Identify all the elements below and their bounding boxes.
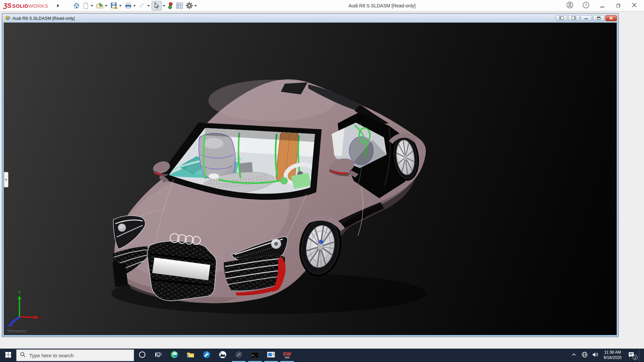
file-explorer-button[interactable]: [182, 349, 199, 362]
file-explorer-icon: [186, 351, 195, 360]
minimize-button[interactable]: [598, 1, 606, 10]
solidworks-2020-icon: SW 2020: [283, 352, 291, 359]
system-tray: 11:38 AM 9/16/2020 2: [570, 349, 644, 362]
document-window-controls: [556, 15, 617, 21]
chevron-up-icon: [571, 352, 577, 359]
print-icon: [124, 2, 132, 9]
menu-expand-arrow-icon[interactable]: [57, 4, 61, 7]
window-app-icon: [267, 351, 275, 359]
window-controls: ?: [566, 1, 644, 10]
chevron-down-icon[interactable]: [133, 5, 136, 8]
photos-button[interactable]: [215, 349, 231, 362]
tray-overflow-button[interactable]: [570, 349, 578, 362]
report-button[interactable]: [175, 1, 184, 10]
traffic-light-icon: [167, 2, 174, 10]
start-icon: [5, 352, 11, 359]
edge-icon: [170, 351, 178, 360]
document-window: Audi R8 S.SLDASM [Read-only]: [2, 13, 619, 337]
car-model-render: Y X: [4, 23, 616, 335]
close-button[interactable]: [630, 1, 639, 10]
chevron-down-icon[interactable]: [119, 5, 122, 8]
document-title: Audi R8 S.SLDASM [Read-only]: [12, 16, 556, 21]
close-icon: [609, 15, 613, 21]
document-close-button[interactable]: [605, 15, 617, 21]
show-desktop-button[interactable]: [639, 349, 641, 362]
select-tool-button[interactable]: [152, 1, 162, 10]
chevron-down-icon[interactable]: [105, 5, 108, 8]
minimize-icon: [600, 7, 604, 7]
volume-button[interactable]: [591, 349, 600, 362]
triad-y-label: Y: [18, 290, 21, 295]
triad-x-label: X: [40, 316, 43, 320]
screen: ƷS SOLIDWORKS: [0, 0, 644, 362]
chevron-down-icon[interactable]: [163, 5, 165, 8]
chevron-down-icon[interactable]: [147, 5, 150, 8]
notification-badge: 2: [633, 355, 638, 360]
handle-dot-icon: [5, 179, 7, 181]
window-app-button[interactable]: [263, 349, 279, 362]
open-button[interactable]: [95, 1, 109, 10]
hexagon-app-button[interactable]: [231, 349, 247, 362]
pane-right-button[interactable]: [568, 15, 580, 21]
document-restore-button[interactable]: [593, 15, 604, 21]
taskbar-search[interactable]: [16, 349, 134, 361]
search-input[interactable]: [29, 353, 123, 358]
close-icon: [631, 2, 637, 9]
pane-left-button[interactable]: [556, 15, 567, 21]
orientation-triad: Y X: [7, 290, 43, 327]
cortana-button[interactable]: [134, 349, 150, 362]
selection-filter-button[interactable]: [166, 1, 175, 10]
task-view-button[interactable]: [150, 349, 166, 362]
chevron-down-icon[interactable]: [194, 5, 197, 8]
taskbar: >_ SW 2020 11:38 AM 9/16/2020: [0, 349, 644, 362]
restore-button[interactable]: [614, 1, 623, 10]
view-orientation-label: *Dimetric: [7, 328, 27, 334]
featuremanager-collapse-handle[interactable]: [4, 172, 8, 187]
svg-text:?: ?: [585, 3, 587, 7]
restore-icon: [597, 15, 601, 21]
edge-button[interactable]: [166, 349, 182, 362]
account-button[interactable]: [566, 1, 574, 10]
open-folder-icon: [96, 2, 104, 9]
admin-tool-button[interactable]: [199, 349, 215, 362]
options-button[interactable]: [184, 1, 199, 10]
help-icon: ?: [582, 1, 590, 10]
home-button[interactable]: [72, 1, 81, 10]
task-view-icon: [155, 351, 162, 359]
cortana-icon: [139, 351, 146, 360]
help-button[interactable]: ?: [582, 1, 590, 10]
report-table-icon: [176, 2, 183, 9]
select-cursor-icon: [153, 2, 160, 9]
user-account-icon: [566, 1, 574, 10]
search-icon: [20, 352, 26, 359]
pane-right-icon: [572, 15, 576, 21]
document-minimize-button[interactable]: [581, 15, 592, 21]
admin-tool-icon: [203, 351, 211, 360]
action-center-button[interactable]: 2: [626, 349, 637, 362]
viewport-3d[interactable]: Y X *Dimetric: [4, 22, 617, 335]
solidworks-logo[interactable]: ƷS SOLIDWORKS: [3, 2, 48, 9]
workspace-background: Audi R8 S.SLDASM [Read-only]: [0, 12, 644, 349]
home-icon: [73, 2, 80, 9]
solidworks-logo-mark: ƷS: [3, 2, 11, 9]
minimize-icon: [584, 15, 588, 21]
network-button[interactable]: [580, 349, 589, 362]
undo-button[interactable]: [138, 1, 152, 10]
command-prompt-icon: >_: [251, 352, 259, 359]
chevron-down-icon[interactable]: [91, 5, 93, 8]
solidworks-2020-button[interactable]: SW 2020: [279, 349, 295, 362]
new-document-button[interactable]: [81, 1, 95, 10]
start-button[interactable]: [0, 349, 16, 362]
save-button[interactable]: [109, 1, 123, 10]
save-icon: [110, 2, 118, 9]
pane-left-icon: [559, 15, 564, 21]
hexagon-app-icon: [235, 351, 243, 360]
quick-access-toolbar: [72, 1, 199, 10]
assembly-icon: [5, 15, 10, 21]
taskbar-clock[interactable]: 11:38 AM 9/16/2020: [602, 350, 624, 360]
clock-time: 11:38 AM: [604, 350, 622, 355]
options-gear-icon: [185, 2, 193, 9]
command-prompt-button[interactable]: >_: [247, 349, 263, 362]
print-button[interactable]: [123, 1, 138, 10]
document-titlebar[interactable]: Audi R8 S.SLDASM [Read-only]: [2, 14, 618, 22]
